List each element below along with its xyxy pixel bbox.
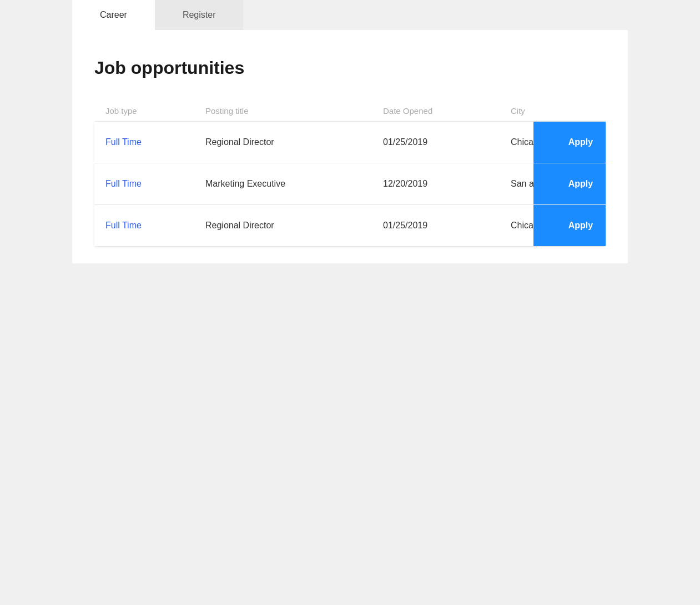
job-type-1: Full Time — [105, 137, 205, 147]
posting-title-1: Regional Director — [205, 137, 383, 147]
tab-register[interactable]: Register — [155, 0, 244, 30]
job-type-3: Full Time — [105, 221, 205, 231]
main-content: Job opportunities Job type Posting title… — [0, 30, 700, 263]
job-rows-container: Full Time Regional Director 01/25/2019 C… — [94, 121, 606, 247]
table-row: Full Time Marketing Executive 12/20/2019… — [94, 163, 606, 204]
job-opportunities-panel: Job opportunities Job type Posting title… — [72, 30, 628, 263]
apply-button-3[interactable]: Apply — [533, 205, 606, 246]
date-opened-1: 01/25/2019 — [383, 137, 511, 147]
col-header-city: City — [511, 106, 622, 116]
table-row: Full Time Regional Director 01/25/2019 C… — [94, 121, 606, 163]
job-type-2: Full Time — [105, 179, 205, 189]
page-title: Job opportunities — [94, 58, 606, 78]
table-row: Full Time Regional Director 01/25/2019 C… — [94, 204, 606, 247]
apply-button-1[interactable]: Apply — [533, 122, 606, 163]
col-header-job-type: Job type — [105, 106, 205, 116]
table-header: Job type Posting title Date Opened City — [94, 101, 606, 121]
col-header-posting-title: Posting title — [205, 106, 383, 116]
posting-title-2: Marketing Executive — [205, 179, 383, 189]
tab-bar: Career Register — [72, 0, 700, 30]
tab-career[interactable]: Career — [72, 0, 155, 30]
apply-button-2[interactable]: Apply — [533, 163, 606, 204]
date-opened-2: 12/20/2019 — [383, 179, 511, 189]
col-header-date-opened: Date Opened — [383, 106, 511, 116]
posting-title-3: Regional Director — [205, 221, 383, 231]
date-opened-3: 01/25/2019 — [383, 221, 511, 231]
